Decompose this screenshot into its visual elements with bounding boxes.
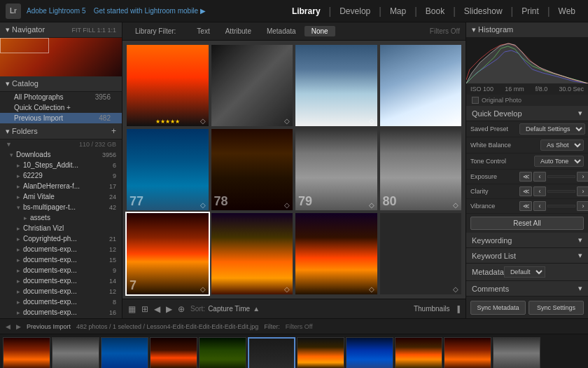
mobile-link[interactable]: Get started with Lightroom mobile ▶ bbox=[94, 7, 206, 15]
clarity-value bbox=[547, 190, 575, 193]
filter-tab-text[interactable]: Text bbox=[190, 26, 216, 36]
photo-cell[interactable]: ◇ bbox=[295, 213, 377, 294]
folder-item[interactable]: ▸documents-exp...9 bbox=[0, 265, 122, 275]
folders-header[interactable]: ▾ Folders + bbox=[0, 123, 122, 139]
saved-preset-dropdown[interactable]: Default Settings bbox=[519, 123, 585, 135]
catalog-header[interactable]: ▾ Catalog bbox=[0, 76, 122, 92]
status-icon-back[interactable]: ◀ bbox=[6, 323, 10, 330]
photo-cell[interactable]: 77◇ bbox=[127, 129, 209, 210]
folder-item[interactable]: ▾Downloads3956 bbox=[0, 149, 122, 160]
nav-item-book[interactable]: Book bbox=[419, 4, 451, 19]
histogram-header[interactable]: ▾ Histogram bbox=[466, 22, 588, 38]
photo-cell[interactable]: ◇ bbox=[211, 213, 293, 294]
toolbar-nav-back[interactable]: ◀ bbox=[154, 304, 160, 314]
folder-item[interactable]: ▸Ami Vitale24 bbox=[0, 191, 122, 202]
tone-control-label: Tone Control bbox=[470, 158, 519, 165]
metadata-header[interactable]: Metadata Default bbox=[466, 264, 588, 281]
nav-item-web[interactable]: Web bbox=[552, 4, 582, 19]
folder-expand-icon: ▸ bbox=[17, 288, 20, 295]
filmstrip-thumb[interactable] bbox=[3, 337, 50, 368]
folder-item[interactable]: ▸Copyrighted-ph...21 bbox=[0, 233, 122, 244]
folder-item[interactable]: ▸10_Steps_Addit...6 bbox=[0, 160, 122, 170]
catalog-previous-import[interactable]: Previous Import 482 bbox=[0, 113, 122, 123]
metadata-dropdown[interactable]: Default bbox=[504, 266, 545, 278]
vibrance-plus[interactable]: › bbox=[577, 201, 588, 211]
quick-develop-header[interactable]: Quick Develop ▾ bbox=[466, 106, 588, 121]
toolbar-view2[interactable]: ⊞ bbox=[141, 304, 148, 314]
exposure-plus[interactable]: › bbox=[577, 172, 588, 182]
filmstrip-thumb[interactable] bbox=[444, 337, 491, 368]
clarity-minus[interactable]: ‹ bbox=[533, 186, 546, 196]
photo-cell[interactable]: ◇ bbox=[211, 45, 293, 126]
sync-settings-button[interactable]: Sync Settings bbox=[528, 301, 584, 315]
comments-header[interactable]: Comments ▾ bbox=[466, 281, 588, 297]
tone-control-dropdown[interactable]: Auto Tone bbox=[534, 156, 584, 167]
toolbar-view1[interactable]: ▦ bbox=[128, 304, 136, 314]
filmstrip-thumb[interactable] bbox=[346, 337, 393, 368]
toolbar-extra[interactable]: ⊕ bbox=[178, 304, 185, 314]
filter-tab-metadata[interactable]: Metadata bbox=[260, 26, 303, 36]
folder-item[interactable]: ▸documents-exp...20 bbox=[0, 318, 122, 318]
filmstrip-thumb[interactable] bbox=[297, 337, 344, 368]
photo-cell[interactable]: 7◇ bbox=[127, 213, 209, 294]
keyword-list-header[interactable]: Keyword List ▾ bbox=[466, 248, 588, 264]
keywording-chevron: ▾ bbox=[578, 236, 582, 245]
toolbar-nav-fwd[interactable]: ▶ bbox=[166, 304, 172, 314]
folders-add[interactable]: + bbox=[111, 126, 116, 136]
white-balance-dropdown[interactable]: As Shot bbox=[540, 139, 584, 151]
nav-item-library[interactable]: Library bbox=[285, 4, 328, 19]
status-breadcrumb[interactable]: Previous Import bbox=[27, 323, 71, 330]
thumbnail-size-slider[interactable]: ▐ bbox=[456, 306, 460, 313]
folder-item[interactable]: ▸documents-exp...15 bbox=[0, 254, 122, 265]
sync-metadata-button[interactable]: Sync Metadata bbox=[470, 301, 526, 315]
nav-item-print[interactable]: Print bbox=[514, 4, 546, 19]
filmstrip-thumb[interactable] bbox=[248, 337, 295, 368]
filmstrip-thumb[interactable] bbox=[101, 337, 148, 368]
folder-item[interactable]: ▸622299 bbox=[0, 170, 122, 181]
folder-item[interactable]: ▸assets bbox=[0, 212, 122, 223]
main-layout: ▾ Navigator FIT FILL 1:1 1:1 ▾ Catalog A… bbox=[0, 22, 588, 318]
folder-count: 6 bbox=[113, 162, 116, 169]
catalog-all-photos[interactable]: All Photographs 3956 bbox=[0, 92, 122, 102]
photo-cell[interactable]: ◇ bbox=[295, 45, 377, 126]
folder-item[interactable]: ▸documents-exp...8 bbox=[0, 297, 122, 307]
clarity-dbl-minus[interactable]: ≪ bbox=[519, 186, 532, 196]
folder-item[interactable]: ▸documents-exp...16 bbox=[0, 307, 122, 318]
photo-cell[interactable]: ★★★★★◇ bbox=[127, 45, 209, 126]
original-photo-checkbox[interactable] bbox=[472, 97, 479, 104]
metadata-section: Metadata Default bbox=[466, 264, 588, 281]
sort-dropdown[interactable]: Capture Time bbox=[208, 305, 250, 313]
filter-tab-attribute[interactable]: Attribute bbox=[218, 26, 258, 36]
filmstrip-thumb[interactable] bbox=[493, 337, 540, 368]
photo-cell[interactable]: 79◇ bbox=[295, 129, 377, 210]
filmstrip-thumb[interactable] bbox=[199, 337, 246, 368]
navigator-header[interactable]: ▾ Navigator FIT FILL 1:1 1:1 bbox=[0, 22, 122, 38]
catalog-quick-collection[interactable]: Quick Collection + bbox=[0, 102, 122, 113]
nav-item-develop[interactable]: Develop bbox=[332, 4, 377, 19]
filter-tab-none[interactable]: None bbox=[304, 26, 335, 36]
sort-chevron[interactable]: ▲ bbox=[253, 305, 260, 313]
folder-item[interactable]: ▸documents-exp...12 bbox=[0, 286, 122, 297]
nav-item-map[interactable]: Map bbox=[383, 4, 413, 19]
photo-cell[interactable]: 80◇ bbox=[380, 129, 462, 210]
folder-item[interactable]: ▸Christian Vizl bbox=[0, 223, 122, 233]
exposure-minus[interactable]: ‹ bbox=[533, 172, 546, 182]
status-icon-fwd[interactable]: ▶ bbox=[16, 323, 21, 330]
exposure-dbl-minus[interactable]: ≪ bbox=[519, 172, 532, 182]
photo-cell[interactable]: ◇ bbox=[380, 45, 462, 126]
filmstrip-thumb[interactable] bbox=[52, 337, 99, 368]
filmstrip-thumb[interactable] bbox=[150, 337, 197, 368]
folder-item[interactable]: ▾bs-multipager-t...42 bbox=[0, 202, 122, 212]
folder-item[interactable]: ▸documents-exp...14 bbox=[0, 275, 122, 286]
vibrance-dbl-minus[interactable]: ≪ bbox=[519, 201, 532, 211]
folder-item[interactable]: ▸documents-exp...12 bbox=[0, 244, 122, 254]
photo-cell[interactable]: 78◇ bbox=[211, 129, 293, 210]
vibrance-minus[interactable]: ‹ bbox=[533, 201, 546, 211]
folder-item[interactable]: ▸AlanDeHerrera-f...17 bbox=[0, 181, 122, 191]
clarity-plus[interactable]: › bbox=[577, 186, 588, 196]
reset-all-button[interactable]: Reset All bbox=[470, 217, 584, 230]
filmstrip-thumb[interactable] bbox=[395, 337, 442, 368]
nav-item-slideshow[interactable]: Slideshow bbox=[457, 4, 510, 19]
photo-cell[interactable]: ◇ bbox=[380, 213, 462, 294]
keywording-header[interactable]: Keywording ▾ bbox=[466, 233, 588, 248]
